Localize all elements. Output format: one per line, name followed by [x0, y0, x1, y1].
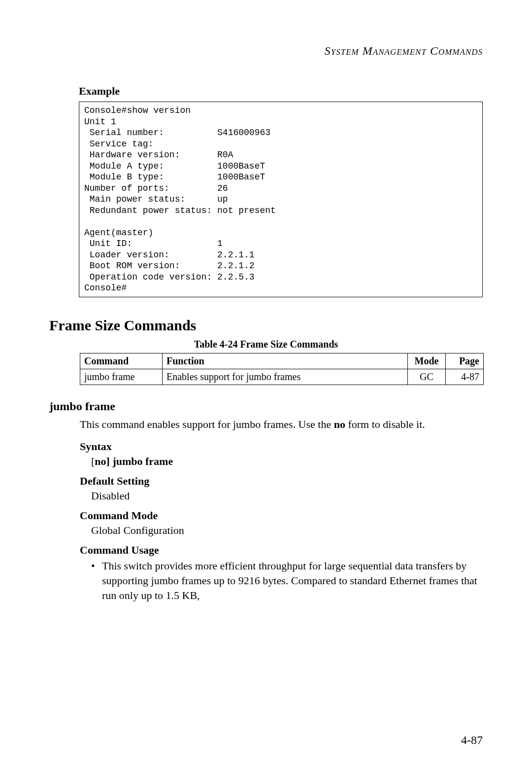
subsection-heading: jumbo frame: [49, 400, 483, 413]
desc-prefix: This command enables support for jumbo f…: [80, 418, 334, 430]
description-paragraph: This command enables support for jumbo f…: [80, 417, 483, 432]
th-mode: Mode: [408, 353, 446, 369]
default-setting-value: Disabled: [91, 490, 483, 502]
example-label: Example: [79, 85, 483, 98]
command-mode-value: Global Configuration: [91, 524, 483, 537]
command-mode-label: Command Mode: [80, 509, 483, 522]
section-heading: Frame Size Commands: [49, 317, 483, 334]
td-function: Enables support for jumbo frames: [163, 369, 408, 385]
td-command: jumbo frame: [80, 369, 163, 385]
syntax-label: Syntax: [80, 440, 483, 453]
syntax-bold: no] jumbo frame: [95, 455, 173, 467]
th-function: Function: [163, 353, 408, 369]
usage-list-item: This switch provides more efficient thro…: [91, 559, 483, 602]
table-row: jumbo frame Enables support for jumbo fr…: [80, 369, 484, 385]
default-setting-label: Default Setting: [80, 475, 483, 488]
th-page: Page: [446, 353, 484, 369]
syntax-line: [no] jumbo frame: [91, 455, 483, 468]
page: System Management Commands Example Conso…: [0, 0, 532, 774]
td-page: 4-87: [446, 369, 484, 385]
th-command: Command: [80, 353, 163, 369]
table-caption: Table 4-24 Frame Size Commands: [49, 339, 483, 350]
page-number: 4-87: [461, 734, 483, 747]
table-header-row: Command Function Mode Page: [80, 353, 484, 369]
running-head: System Management Commands: [49, 44, 483, 58]
desc-suffix: form to disable it.: [345, 418, 425, 430]
usage-list: This switch provides more efficient thro…: [91, 559, 483, 602]
td-mode: GC: [408, 369, 446, 385]
code-block: Console#show version Unit 1 Serial numbe…: [79, 102, 483, 297]
command-table: Command Function Mode Page jumbo frame E…: [80, 353, 484, 385]
desc-bold: no: [334, 418, 345, 430]
command-usage-label: Command Usage: [80, 544, 483, 557]
